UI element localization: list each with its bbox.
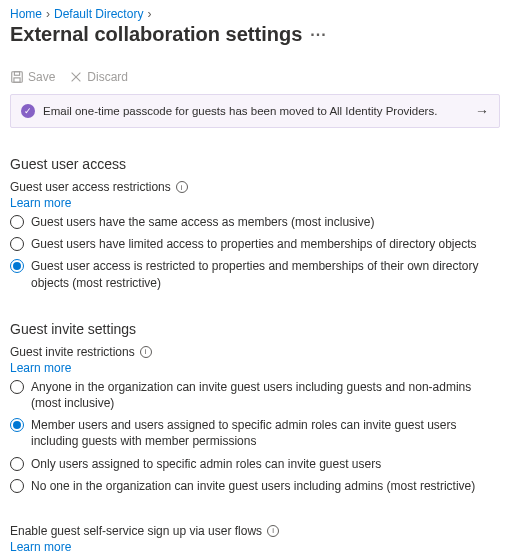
section-heading-guest-access: Guest user access — [10, 156, 500, 172]
radio-group-guest-invite: Anyone in the organization can invite gu… — [10, 379, 500, 494]
info-banner: ✓ Email one-time passcode for guests has… — [10, 94, 500, 128]
field-label-guest-access: Guest user access restrictions i — [10, 180, 500, 194]
field-label-text: Guest user access restrictions — [10, 180, 171, 194]
radio-icon — [10, 418, 24, 432]
field-label-guest-invite: Guest invite restrictions i — [10, 345, 500, 359]
breadcrumb: Home › Default Directory › — [10, 7, 500, 21]
info-icon[interactable]: i — [176, 181, 188, 193]
radio-icon — [10, 259, 24, 273]
radio-label: Guest users have the same access as memb… — [31, 214, 500, 230]
learn-more-link[interactable]: Learn more — [10, 361, 71, 375]
save-label: Save — [28, 70, 55, 84]
info-icon[interactable]: i — [267, 525, 279, 537]
radio-label: Member users and users assigned to speci… — [31, 417, 500, 449]
radio-label: Guest user access is restricted to prope… — [31, 258, 500, 290]
save-button[interactable]: Save — [10, 70, 55, 84]
radio-group-guest-access: Guest users have the same access as memb… — [10, 214, 500, 291]
breadcrumb-directory[interactable]: Default Directory — [54, 7, 143, 21]
radio-label: Only users assigned to specific admin ro… — [31, 456, 500, 472]
info-icon[interactable]: i — [140, 346, 152, 358]
save-icon — [10, 70, 24, 84]
radio-label: Anyone in the organization can invite gu… — [31, 379, 500, 411]
learn-more-link[interactable]: Learn more — [10, 196, 71, 210]
radio-option-access-1[interactable]: Guest users have limited access to prope… — [10, 236, 500, 252]
radio-label: Guest users have limited access to prope… — [31, 236, 500, 252]
radio-icon — [10, 457, 24, 471]
more-actions-button[interactable]: ··· — [310, 26, 326, 44]
discard-button[interactable]: Discard — [69, 70, 128, 84]
radio-option-invite-1[interactable]: Member users and users assigned to speci… — [10, 417, 500, 449]
svg-rect-1 — [14, 72, 19, 76]
discard-label: Discard — [87, 70, 128, 84]
arrow-right-icon[interactable]: → — [475, 103, 489, 119]
radio-option-invite-2[interactable]: Only users assigned to specific admin ro… — [10, 456, 500, 472]
chevron-right-icon: › — [46, 7, 50, 21]
info-icon: ✓ — [21, 104, 35, 118]
radio-option-access-2[interactable]: Guest user access is restricted to prope… — [10, 258, 500, 290]
page-title: External collaboration settings ··· — [10, 23, 500, 46]
field-label-self-service: Enable guest self-service sign up via us… — [10, 524, 500, 538]
learn-more-link[interactable]: Learn more — [10, 540, 71, 554]
radio-icon — [10, 380, 24, 394]
field-label-text: Guest invite restrictions — [10, 345, 135, 359]
radio-option-access-0[interactable]: Guest users have the same access as memb… — [10, 214, 500, 230]
page-title-text: External collaboration settings — [10, 23, 302, 46]
info-banner-text: Email one-time passcode for guests has b… — [43, 105, 437, 117]
radio-icon — [10, 215, 24, 229]
close-icon — [69, 70, 83, 84]
svg-rect-2 — [14, 78, 20, 82]
radio-icon — [10, 237, 24, 251]
radio-icon — [10, 479, 24, 493]
radio-option-invite-0[interactable]: Anyone in the organization can invite gu… — [10, 379, 500, 411]
toolbar: Save Discard — [10, 70, 500, 84]
radio-option-invite-3[interactable]: No one in the organization can invite gu… — [10, 478, 500, 494]
section-heading-guest-invite: Guest invite settings — [10, 321, 500, 337]
field-label-text: Enable guest self-service sign up via us… — [10, 524, 262, 538]
radio-label: No one in the organization can invite gu… — [31, 478, 500, 494]
chevron-right-icon: › — [147, 7, 151, 21]
breadcrumb-home[interactable]: Home — [10, 7, 42, 21]
svg-rect-0 — [12, 72, 23, 83]
